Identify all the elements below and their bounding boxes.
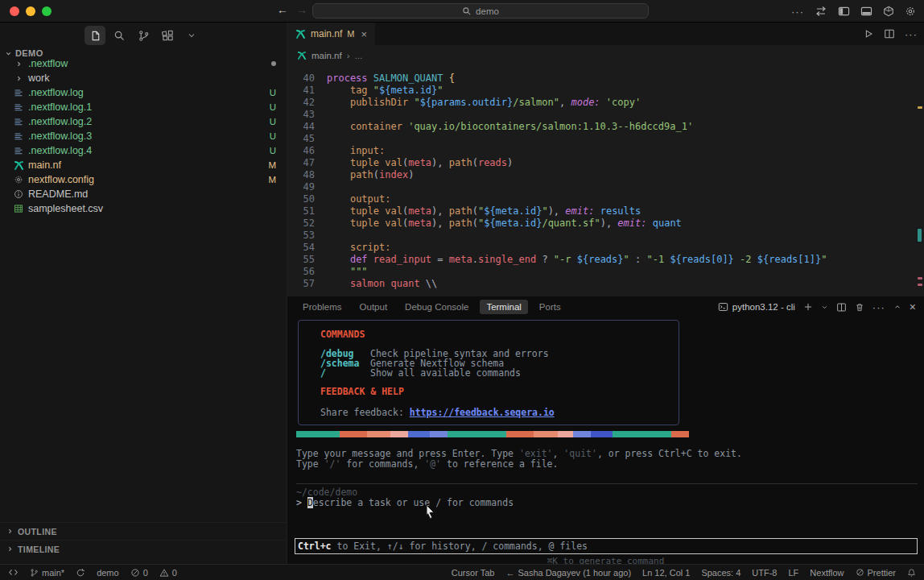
statusbar-item-sasha[interactable]: ←Sasha Dagayev (1 hour ago) [505,568,631,578]
scrollbar-thumb[interactable] [918,229,922,242]
statusbar-item-prettier[interactable]: Prettier [856,568,896,578]
file-tree-item[interactable]: .nextflow.log.1U [0,100,287,114]
statusbar-right: Cursor Tab←Sasha Dagayev (1 hour ago)Ln … [452,568,916,578]
terminal-prompt-input[interactable]: > Describe a task or use / for commands [296,497,514,508]
vscode-window: ← → demo ··· [0,0,924,580]
editor-more-actions-icon[interactable]: ··· [905,29,918,39]
file-name: .nextflow.log.3 [28,130,92,142]
statusbar-item-spaces[interactable]: Spaces: 4 [701,568,740,578]
new-terminal-plus-icon[interactable] [803,302,813,312]
kill-terminal-trash-icon[interactable] [855,302,864,313]
nextflow-icon [297,51,307,60]
statusbar-item[interactable] [76,568,85,578]
panel-tab-terminal[interactable]: Terminal [480,300,527,314]
run-icon[interactable] [863,28,874,39]
history-forward-icon[interactable]: → [296,3,307,16]
statusbar-item-ln[interactable]: Ln 12, Col 1 [642,568,690,578]
tab-close-icon[interactable]: × [361,28,368,40]
panel-more-actions-icon[interactable]: ··· [872,302,885,313]
file-tree-item[interactable]: .nextflow.logU [0,85,287,100]
statusbar-item-nextflow[interactable]: Nextflow [810,568,844,578]
file-tree-item[interactable]: .nextflow.log.2U [0,114,287,129]
warning-icon [159,568,169,578]
tab-main-nf[interactable]: main.nf M × [287,23,375,45]
sidebar-section-timeline[interactable]: TIMELINE [0,540,287,557]
file-tree-item[interactable]: .nextflow.log.4U [0,143,287,158]
statusbar-item-utf8[interactable]: UTF-8 [752,568,777,578]
traffic-light-close-button[interactable] [10,6,19,16]
feedback-link[interactable]: https://feedback.seqera.io [410,407,555,418]
traffic-light-zoom-button[interactable] [42,6,52,16]
code-line: 47 tuple val(meta), path(reads) [287,157,924,169]
code-line: 53 [287,230,924,242]
code-line: 55 def read_input = meta.single_end ? "-… [287,254,924,266]
command-row: /Show all available commands [320,368,679,378]
customize-layout-icon[interactable] [883,6,894,17]
code-editor[interactable]: 40process SALMON_QUANT {41 tag "${meta.i… [287,66,924,296]
panel-tab-debug-console[interactable]: Debug Console [398,300,475,314]
terminal-hint-line: Type your message and press Enter. Type … [296,448,742,459]
statusbar-item-0[interactable]: 0 [159,568,177,578]
file-name: .nextflow [28,58,68,69]
terminal-dropdown-chevron-icon[interactable] [821,304,828,311]
settings-gear-icon[interactable] [905,6,916,17]
terminal-instance-chip[interactable]: python3.12 - cli [718,302,795,312]
code-text: def read_input = meta.single_end ? "-r $… [327,254,827,266]
split-terminal-icon[interactable] [836,302,847,313]
file-tree-item[interactable]: README.md [0,187,287,201]
source-control-icon[interactable] [133,26,154,45]
file-name: README.md [28,188,88,200]
terminal-view[interactable]: COMMANDS /debugCheck pipeline syntax and… [287,317,924,564]
code-line: 44 container 'quay.io/biocontainers/salm… [287,121,924,133]
breadcrumb[interactable]: main.nf › ... [287,45,924,66]
statusbar-item-lf[interactable]: LF [789,568,799,578]
line-number: 54 [287,242,315,254]
log-icon [11,117,26,126]
panel-tab-output[interactable]: Output [353,300,394,314]
more-views-chevron-down-icon[interactable] [181,26,202,45]
sidebar-section-outline[interactable]: OUTLINE [0,522,287,540]
window-search[interactable]: demo [312,3,649,19]
file-tree-item[interactable]: .nextflow [0,56,287,71]
extensions-icon[interactable] [157,26,178,45]
code-text: container 'quay.io/biocontainers/salmon:… [327,121,693,133]
file-name: work [28,72,49,84]
panel-tab-ports[interactable]: Ports [533,300,567,314]
sidebar-bottom-sections: OUTLINETIMELINE [0,522,287,557]
file-tree-item[interactable]: main.nfM [0,158,287,172]
close-panel-icon[interactable]: × [910,300,916,313]
split-editor-icon[interactable] [884,28,895,39]
explorer-icon[interactable] [85,26,105,45]
file-tree-item[interactable]: work [0,71,287,85]
search-view-icon[interactable] [109,26,130,45]
editor-tabbar: main.nf M × ··· [287,23,924,45]
titlebar-more-icon[interactable]: ··· [791,6,804,17]
statusbar-item-label: demo [97,568,119,578]
statusbar-item[interactable] [8,568,19,577]
statusbar-item[interactable] [907,568,916,578]
log-icon [11,131,26,141]
code-line: 45 [287,133,924,145]
file-tree-item[interactable]: nextflow.configM [0,172,287,187]
panel-tab-problems[interactable]: Problems [296,300,349,314]
file-name: .nextflow.log.1 [28,102,92,113]
gear-icon [11,175,26,184]
log-icon [11,102,26,112]
toggle-sidebar-icon[interactable] [838,6,850,17]
git-dot-badge [271,61,276,66]
code-line: 48 path(index) [287,169,924,181]
traffic-light-minimize-button[interactable] [26,6,35,16]
file-tree-item[interactable]: .nextflow.log.3U [0,129,287,143]
toggle-panel-icon[interactable] [860,6,872,17]
maximize-panel-chevron-up-icon[interactable] [893,303,901,311]
layout-toggle-arrows-icon[interactable] [815,6,827,17]
statusbar-item-demo[interactable]: demo [97,568,119,578]
code-text: path(index) [327,169,414,181]
statusbar-item-cursor[interactable]: Cursor Tab [452,568,495,578]
statusbar-item-0[interactable]: 0 [130,568,148,578]
history-back-icon[interactable]: ← [277,3,288,16]
line-number: 48 [287,169,315,181]
file-tree-item[interactable]: samplesheet.csv [0,201,287,216]
statusbar-item-main[interactable]: main* [30,568,64,578]
bell-icon [907,568,916,578]
